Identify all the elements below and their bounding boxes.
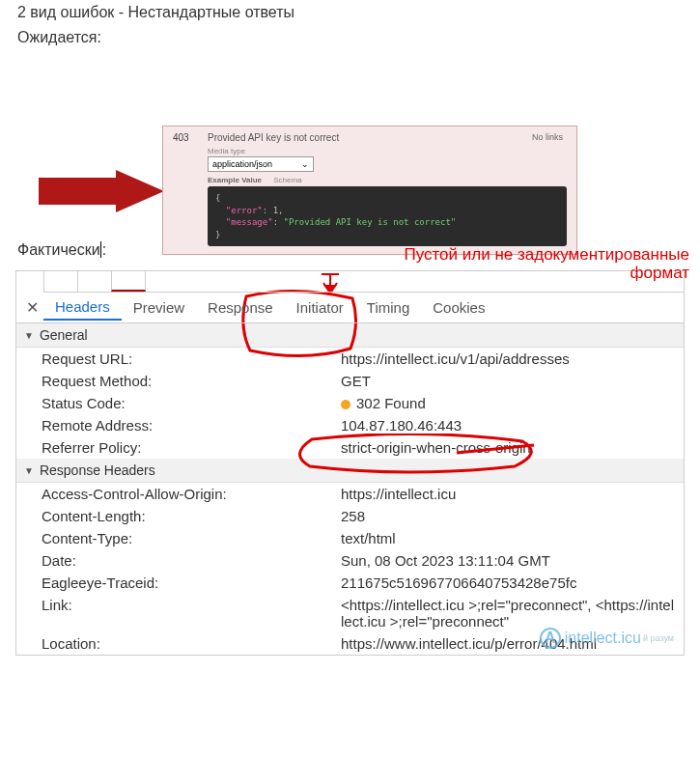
no-links-label: No links [532,132,567,143]
kv-row: Remote Address:104.87.180.46:443 [16,414,684,436]
kv-row: Content-Type:text/html [16,527,684,549]
kv-value: 104.87.180.46:443 [341,417,676,434]
kv-row: Link:<https://intellect.icu >;rel="preco… [16,594,684,632]
kv-key: Content-Type: [42,530,341,546]
tab-timing[interactable]: Timing [355,295,421,320]
expected-label: Ожидается: [0,25,700,50]
request-mini-tabs [43,271,684,293]
kv-value: https://intellect.icu [341,486,676,502]
kv-key: Remote Address: [42,417,341,434]
kv-key: Request URL: [42,350,341,367]
mini-tab[interactable] [43,271,78,292]
status-dot-icon [341,400,350,409]
kv-key: Date: [42,552,341,569]
kv-value: GET [341,373,676,389]
kv-row: Date:Sun, 08 Oct 2023 13:11:04 GMT [16,549,684,572]
section-general[interactable]: ▼ General [16,323,684,348]
kv-row: Content-Length:258 [16,505,684,527]
tab-response[interactable]: Response [196,295,285,320]
tab-cookies[interactable]: Cookies [421,295,496,320]
kv-row: Request Method:GET [16,370,684,392]
kv-row: Status Code:302 Found [16,392,684,414]
media-type-select[interactable]: application/json ⌄ [208,156,314,172]
heading-2: 2 вид ошибок - Нестандартные ответы [0,0,700,25]
http-desc: Provided API key is not correct [208,132,532,143]
kv-key: Request Method: [42,373,341,389]
kv-key: Location: [42,635,341,652]
http-code: 403 [173,132,208,143]
tab-schema[interactable]: Schema [273,176,301,184]
kv-value: 258 [341,508,676,524]
kv-value: 211675c516967706640753428e75fc [341,574,676,591]
mini-tab-active[interactable] [111,271,146,292]
devtools-panel: Пустой или не задокументированные формат… [15,270,685,656]
kv-row: Access-Control-Allow-Origin:https://inte… [16,483,684,505]
expected-screenshot: 403 Provided API key is not correct No l… [0,54,700,228]
kv-key: Referrer Policy: [42,439,341,456]
kv-key: Access-Control-Allow-Origin: [42,486,341,502]
kv-value: strict-origin-when-cross-origin [341,439,676,456]
kv-value: Sun, 08 Oct 2023 13:11:04 GMT [341,552,676,569]
chevron-down-icon: ⌄ [301,159,309,169]
watermark: A intellect.icu й разум [540,628,674,649]
media-type-value: application/json [212,159,272,169]
caret-down-icon: ▼ [24,465,34,476]
kv-key: Eagleeye-Traceid: [42,574,341,591]
kv-value: text/html [341,530,676,546]
tab-initiator[interactable]: Initiator [285,295,355,320]
tab-example-value[interactable]: Example Value [208,176,262,184]
kv-row: Referrer Policy:strict-origin-when-cross… [16,436,684,459]
kv-row: Eagleeye-Traceid:211675c5169677066407534… [16,572,684,594]
tab-preview[interactable]: Preview [122,295,196,320]
mini-tab[interactable] [77,271,112,292]
kv-value: 302 Found [341,395,676,411]
section-response-headers[interactable]: ▼ Response Headers [16,459,684,483]
caret-down-icon: ▼ [24,330,34,341]
watermark-logo-icon: A [540,628,561,649]
red-arrow-icon [39,170,164,212]
media-type-label: Media type [163,145,576,155]
close-icon[interactable]: ✕ [20,298,43,317]
tab-headers[interactable]: Headers [43,294,122,321]
swagger-response-box: 403 Provided API key is not correct No l… [162,126,577,255]
example-json: { "error": 1, "message": "Provided API k… [208,186,567,246]
kv-key: Link: [42,597,341,630]
svg-marker-0 [39,170,164,212]
kv-key: Content-Length: [42,508,341,524]
kv-key: Status Code: [42,395,341,411]
kv-value: https://intellect.icu/v1/api/addresses [341,350,676,367]
kv-row: Request URL:https://intellect.icu/v1/api… [16,348,684,370]
kv-value: <https://intellect.icu >;rel="preconnect… [341,597,676,630]
